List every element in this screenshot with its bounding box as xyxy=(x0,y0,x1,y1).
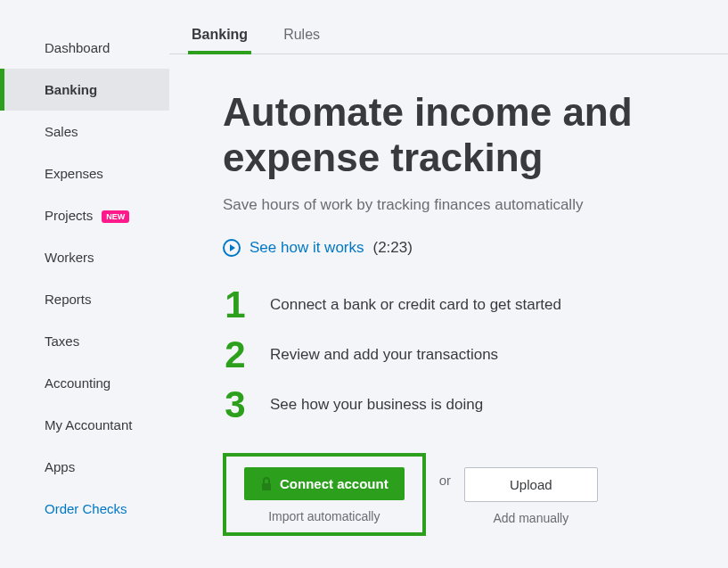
sidebar: Dashboard Banking Sales Expenses Project… xyxy=(0,0,169,568)
step-1: 1 Connect a bank or credit card to get s… xyxy=(223,284,701,326)
connect-button-label: Connect account xyxy=(280,476,389,491)
step-text: See how your business is doing xyxy=(270,396,483,414)
action-buttons: Connect account Import automatically or … xyxy=(223,453,701,536)
upload-sublabel: Add manually xyxy=(493,511,568,525)
page-subtitle: Save hours of work by tracking finances … xyxy=(223,196,701,214)
upload-button[interactable]: Upload xyxy=(464,467,598,502)
video-duration: (2:23) xyxy=(373,239,413,257)
new-badge: NEW xyxy=(102,210,129,223)
main-content: Banking Rules Automate income and expens… xyxy=(169,0,728,568)
step-text: Connect a bank or credit card to get sta… xyxy=(270,296,561,314)
step-number: 2 xyxy=(223,333,248,376)
sidebar-item-my-accountant[interactable]: My Accountant xyxy=(0,404,169,446)
tabs: Banking Rules xyxy=(169,27,728,54)
connect-highlight: Connect account Import automatically xyxy=(223,453,426,536)
step-text: Review and add your transactions xyxy=(270,346,498,364)
tab-banking[interactable]: Banking xyxy=(192,27,248,54)
video-link[interactable]: See how it works (2:23) xyxy=(223,239,701,257)
play-icon xyxy=(223,239,241,257)
step-number: 3 xyxy=(223,383,248,426)
page-title: Automate income and expense tracking xyxy=(223,90,701,180)
video-link-text: See how it works xyxy=(249,239,364,257)
sidebar-item-banking[interactable]: Banking xyxy=(0,69,169,111)
steps-list: 1 Connect a bank or credit card to get s… xyxy=(223,284,701,426)
upload-wrapper: Upload Add manually xyxy=(464,467,598,525)
sidebar-item-label: Projects xyxy=(45,208,93,223)
tab-rules[interactable]: Rules xyxy=(283,27,320,54)
step-number: 1 xyxy=(223,284,248,326)
sidebar-item-accounting[interactable]: Accounting xyxy=(0,362,169,404)
svg-rect-0 xyxy=(262,483,271,490)
sidebar-item-projects[interactable]: Projects NEW xyxy=(0,194,169,236)
sidebar-item-dashboard[interactable]: Dashboard xyxy=(0,27,169,69)
step-2: 2 Review and add your transactions xyxy=(223,333,701,376)
connect-account-button[interactable]: Connect account xyxy=(244,467,405,500)
sidebar-item-sales[interactable]: Sales xyxy=(0,111,169,152)
sidebar-item-order-checks[interactable]: Order Checks xyxy=(0,488,169,530)
connect-sublabel: Import automatically xyxy=(268,509,380,523)
sidebar-item-taxes[interactable]: Taxes xyxy=(0,320,169,362)
step-3: 3 See how your business is doing xyxy=(223,383,701,426)
or-separator: or xyxy=(439,473,451,488)
sidebar-item-expenses[interactable]: Expenses xyxy=(0,152,169,194)
sidebar-item-reports[interactable]: Reports xyxy=(0,278,169,320)
sidebar-item-apps[interactable]: Apps xyxy=(0,446,169,488)
lock-icon xyxy=(260,477,273,491)
sidebar-item-workers[interactable]: Workers xyxy=(0,236,169,278)
